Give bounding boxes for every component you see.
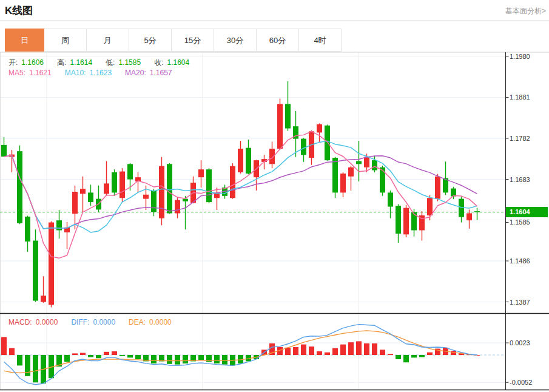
legend-label: DEA: (129, 318, 146, 326)
candle-body (277, 104, 283, 149)
candle-body (151, 191, 157, 212)
candle-body (246, 148, 251, 174)
macd-bar (419, 355, 425, 357)
candle-body (1, 145, 7, 157)
legend-label: MACD: (8, 318, 32, 326)
candle-body (474, 211, 480, 212)
kline-page: K线图 基本面分析> 日周月5分15分30分60分4时 开:1.1606高:1.… (0, 0, 549, 392)
macd-bar (198, 355, 204, 360)
macd-bar (332, 348, 338, 355)
legend-value: 0.0000 (149, 318, 172, 326)
axis-tick-label: 1.1683 (510, 176, 530, 183)
legend-item: 收:1.1604 (154, 58, 193, 67)
legend-label: MA20: (125, 69, 146, 77)
macd-bar (120, 355, 125, 356)
legend-label: MA10: (65, 69, 86, 77)
candle-body (206, 169, 212, 202)
axis-tick-label: 1.1585 (510, 218, 530, 226)
macd-bar (72, 353, 78, 355)
axis-tick-label: 1.1881 (510, 93, 530, 101)
macd-bar (317, 351, 322, 355)
macd-bar (64, 355, 70, 362)
legend-label: 低: (106, 58, 115, 67)
candle-body (25, 217, 30, 242)
macd-bar (183, 355, 188, 363)
macd-bar (364, 343, 369, 355)
candle-body (17, 151, 22, 223)
candle-body (285, 104, 291, 128)
legend-value: 1.1606 (21, 58, 44, 67)
candle-body (72, 192, 78, 214)
macd-bar (309, 346, 314, 355)
axis-tick-label: 0.0023 (510, 339, 530, 346)
macd-bar (285, 348, 291, 355)
legend-value: 1.1657 (150, 69, 172, 77)
candle-body (49, 223, 54, 305)
candle-body (80, 189, 86, 194)
macd-bar (17, 355, 22, 365)
macd-bar (80, 353, 86, 355)
macd-bar (301, 345, 306, 355)
legend-value: 1.1621 (29, 69, 52, 77)
candle-body (451, 189, 456, 197)
candle-body (435, 177, 440, 199)
macd-bar (96, 355, 101, 358)
axis-tick-label: 1.1782 (510, 135, 530, 142)
candle-body (41, 296, 46, 302)
ohlc-legend: 开:1.1606高:1.1614低:1.1585收:1.1604 (8, 58, 203, 68)
candle-body (198, 169, 204, 177)
candle-body (364, 157, 369, 167)
legend-value: 0.0000 (93, 318, 115, 326)
macd-bar (127, 355, 133, 357)
legend-value: 1.1585 (118, 58, 141, 67)
macd-bar (372, 343, 377, 355)
macd-bar (325, 353, 330, 355)
macd-bar (206, 355, 212, 362)
macd-bar (293, 347, 298, 355)
candle-body (356, 161, 362, 164)
candle-body (301, 139, 306, 155)
candle-body (104, 183, 109, 194)
macd-bar (104, 352, 109, 355)
macd-bar (88, 355, 93, 357)
macd-bar (33, 355, 38, 382)
candle-body (56, 220, 62, 230)
macd-bar (388, 354, 393, 355)
legend-label: 高: (57, 58, 66, 67)
ma-legend: MA5:1.1621MA10:1.1623MA20:1.1657 (8, 69, 186, 77)
candle-body (317, 124, 322, 133)
candle-body (88, 192, 93, 202)
legend-label: DIFF: (71, 318, 89, 326)
dea-line (4, 331, 477, 373)
macd-bar (348, 342, 354, 355)
macd-bar (9, 348, 15, 355)
macd-bar (356, 341, 362, 355)
macd-bar (135, 355, 141, 359)
legend-value: 0.0000 (36, 318, 58, 326)
legend-item: 低:1.1585 (106, 58, 144, 67)
candle-body (167, 164, 172, 213)
legend-value: 1.1623 (89, 69, 112, 77)
legend-value: 1.1604 (167, 58, 189, 67)
axis-tick-label: 1.1980 (510, 53, 530, 60)
macd-bar (175, 355, 180, 365)
candle-body (238, 149, 243, 172)
candle-body (466, 214, 472, 221)
candle-body (127, 164, 133, 179)
candle-body (175, 200, 180, 214)
axis-tick-label: 1.1486 (510, 257, 530, 265)
macd-bar (380, 350, 385, 355)
candle-body (159, 166, 164, 218)
candle-body (183, 199, 188, 201)
legend-item: 高:1.1614 (57, 58, 96, 67)
macd-bar (1, 337, 7, 355)
legend-label: MA5: (8, 69, 25, 77)
candle-body (143, 195, 149, 199)
macd-bar (340, 345, 346, 355)
legend-item: MA10:1.1623 (65, 69, 115, 77)
legend-item: DEA:0.0000 (129, 318, 175, 326)
legend-item: DIFF:0.0000 (71, 318, 119, 326)
candle-body (427, 198, 433, 215)
macd-bar (214, 355, 220, 363)
macd-bar (167, 355, 172, 364)
